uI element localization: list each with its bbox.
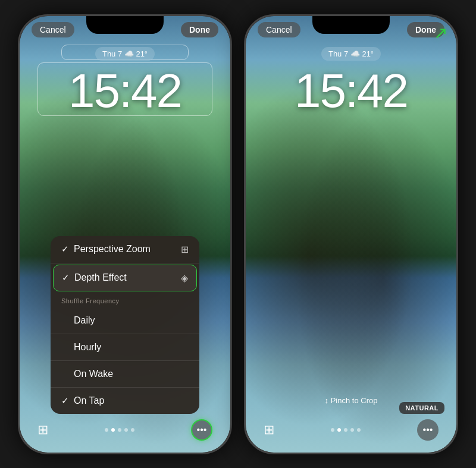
on-tap-left: ✓ On Tap	[61, 395, 104, 406]
grid-icon-right[interactable]: ⊞	[264, 422, 274, 438]
perspective-zoom-left: ✓ Perspective Zoom	[61, 244, 151, 255]
on-tap-item[interactable]: ✓ On Tap	[51, 388, 199, 414]
ellipsis-icon: •••	[197, 425, 207, 435]
left-screen: Cancel Done Thu 7 ☁️ 21° 15:42 ✓ Perspec…	[20, 16, 230, 453]
nav-dot-r2	[337, 428, 341, 432]
green-arrow-icon: ↗	[434, 24, 447, 42]
perspective-zoom-check: ✓	[61, 244, 69, 255]
on-wake-label: On Wake	[74, 369, 113, 379]
notch-right	[312, 16, 390, 34]
grid-icon[interactable]: ⊞	[37, 422, 48, 438]
weather-row-right: Thu 7 ☁️ 21°	[246, 47, 456, 61]
daily-item[interactable]: ✓ Daily	[51, 307, 199, 334]
time-display: 15:42	[20, 64, 230, 118]
bottom-bar: ⊞ •••	[20, 419, 230, 441]
pinch-to-crop-text: ↕ Pinch to Crop	[325, 396, 378, 405]
hourly-left: ✓ Hourly	[61, 342, 101, 353]
nav-dot-3	[118, 428, 121, 432]
on-tap-check: ✓	[61, 395, 69, 406]
nav-dot-5	[131, 428, 134, 432]
nav-dot-1	[105, 428, 108, 432]
ellipsis-button-right[interactable]: •••	[417, 419, 439, 441]
perspective-zoom-label: Perspective Zoom	[74, 244, 151, 255]
context-menu: ✓ Perspective Zoom ⊞ ✓ Depth Effect ◈ Sh…	[51, 236, 199, 414]
ellipsis-button[interactable]: •••	[191, 419, 212, 441]
perspective-icon: ⊞	[181, 244, 189, 255]
nav-dot-4	[124, 428, 128, 432]
ellipsis-icon-right: •••	[423, 425, 433, 435]
shuffle-frequency-header: Shuffle Frequency	[51, 293, 199, 307]
left-phone: Cancel Done Thu 7 ☁️ 21° 15:42 ✓ Perspec…	[18, 14, 232, 454]
nav-dot-r5	[357, 428, 361, 432]
on-wake-item[interactable]: ✓ On Wake	[51, 361, 199, 388]
cancel-button[interactable]: Cancel	[32, 22, 74, 37]
bottom-bar-right: ⊞ •••	[246, 419, 456, 441]
depth-effect-check: ✓	[62, 272, 70, 283]
daily-left: ✓ Daily	[61, 315, 95, 326]
right-phone: Cancel Done ↗ Thu 7 ☁️ 21° 15:42 ↕ Pinch…	[244, 14, 458, 454]
dots-navigation	[105, 428, 134, 432]
right-screen: Cancel Done ↗ Thu 7 ☁️ 21° 15:42 ↕ Pinch…	[246, 16, 456, 453]
depth-effect-label: Depth Effect	[74, 272, 127, 283]
nav-dot-r1	[331, 428, 334, 432]
nav-dot-r4	[350, 428, 354, 432]
daily-label: Daily	[74, 315, 95, 326]
natural-badge: NATURAL	[399, 402, 444, 414]
on-tap-label: On Tap	[74, 395, 104, 406]
layers-icon: ◈	[181, 272, 188, 284]
hourly-label: Hourly	[74, 342, 101, 353]
depth-effect-left: ✓ Depth Effect	[62, 272, 127, 283]
pinch-to-crop: ↕ Pinch to Crop	[325, 396, 378, 405]
weather-pill: Thu 7 ☁️ 21°	[95, 47, 155, 61]
depth-effect-item[interactable]: ✓ Depth Effect ◈	[53, 265, 197, 291]
weather-text: Thu 7 ☁️ 21°	[102, 49, 148, 58]
on-wake-left: ✓ On Wake	[61, 369, 113, 379]
hourly-item[interactable]: ✓ Hourly	[51, 334, 199, 361]
nav-dot-r3	[344, 428, 347, 432]
time-display-right: 15:42	[246, 64, 456, 118]
notch	[86, 16, 164, 34]
nav-dot-2	[111, 428, 115, 432]
weather-row: Thu 7 ☁️ 21°	[20, 47, 230, 61]
dots-navigation-right	[331, 428, 361, 432]
natural-badge-text: NATURAL	[405, 404, 439, 412]
perspective-zoom-item[interactable]: ✓ Perspective Zoom ⊞	[51, 236, 199, 263]
weather-text-right: Thu 7 ☁️ 21°	[328, 49, 374, 58]
cancel-button-right[interactable]: Cancel	[258, 22, 300, 37]
arrow-indicator: ↗	[434, 23, 447, 43]
weather-pill-right: Thu 7 ☁️ 21°	[321, 47, 381, 61]
done-button[interactable]: Done	[181, 22, 218, 37]
